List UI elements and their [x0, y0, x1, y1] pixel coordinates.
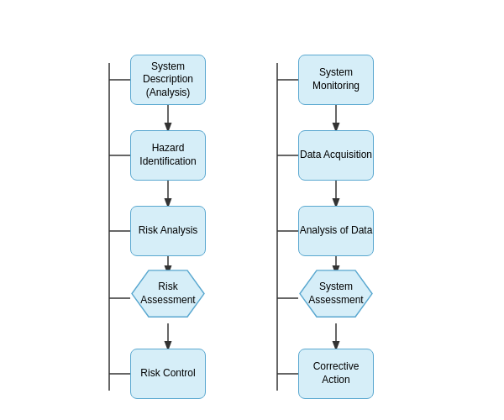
node-sys-assessment: System Assessment [298, 269, 374, 319]
connectors-svg [0, 0, 504, 420]
node-risk-control: Risk Control [130, 349, 206, 399]
node-sys-monitoring: System Monitoring [298, 55, 374, 105]
node-risk-assessment: Risk Assessment [130, 269, 206, 319]
node-hazard-id: Hazard Identification [130, 130, 206, 181]
node-data-acq: Data Acquisition [298, 130, 374, 181]
node-corrective-action: Corrective Action [298, 349, 374, 399]
node-risk-analysis: Risk Analysis [130, 206, 206, 256]
node-sys-desc: System Description (Analysis) [130, 55, 206, 105]
diagram-container: System Description (Analysis) Hazard Ide… [0, 0, 504, 420]
node-analysis-data: Analysis of Data [298, 206, 374, 256]
